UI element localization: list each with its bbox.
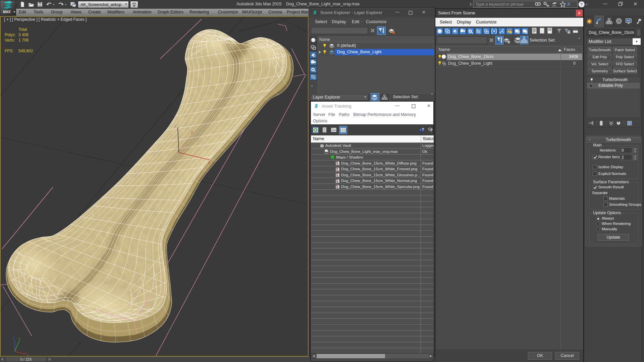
svg-text:z: z <box>13 336 14 340</box>
svg-text:y: y <box>191 130 193 134</box>
svg-text:?: ? <box>580 2 583 7</box>
svg-text:y: y <box>18 337 20 341</box>
svg-text:z: z <box>174 124 176 128</box>
svg-text:x: x <box>27 353 29 356</box>
svg-text:MAX: MAX <box>3 10 11 14</box>
svg-text:?: ? <box>430 128 433 133</box>
svg-text:x: x <box>208 160 210 164</box>
svg-text:?: ? <box>422 127 424 132</box>
